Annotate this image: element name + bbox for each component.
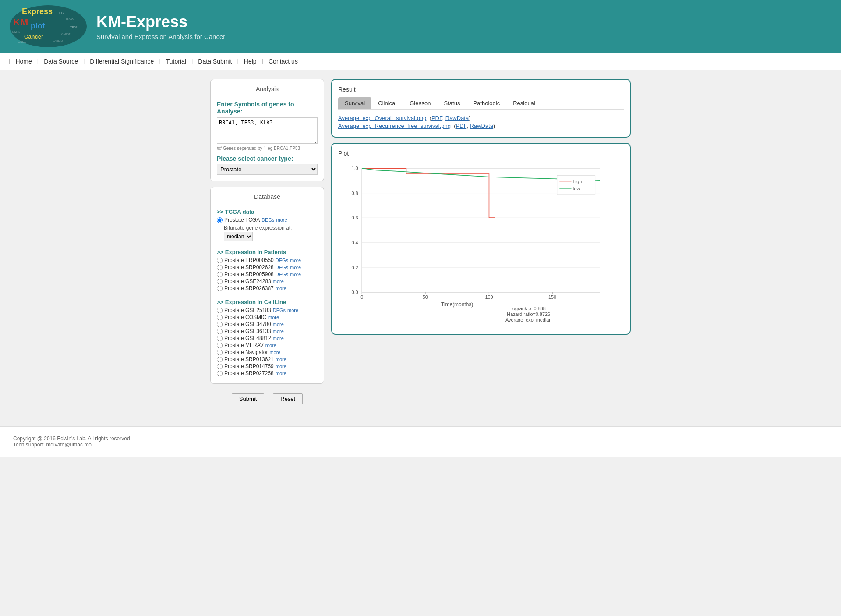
patient-erp000550-more[interactable]: more [290,258,301,263]
patient-srp005908-radio[interactable] [217,272,223,277]
patient-srp026387-more[interactable]: more [276,286,286,291]
tab-status[interactable]: Status [438,97,467,109]
cell-srp027258-radio[interactable] [217,371,223,376]
overall-survival-pdf-link[interactable]: PDF [431,115,442,121]
patient-srp026387-row: Prostate SRP026387 more [217,285,318,291]
svg-text:Average_exp_median: Average_exp_median [505,317,551,322]
svg-text:CARDIO: CARDIO [53,39,63,42]
tab-residual[interactable]: Residual [506,97,542,109]
tab-gleason[interactable]: Gleason [403,97,437,109]
patient-erp000550-label: Prostate ERP000550 [224,257,274,263]
cell-gse48812-more[interactable]: more [273,336,284,341]
svg-text:100: 100 [485,294,493,300]
cell-cosmic-label: Prostate COSMIC [224,314,266,320]
nav-data-source[interactable]: Data Source [39,58,83,65]
cell-gse25183-more[interactable]: more [287,308,298,313]
svg-text:EGFR: EGFR [59,11,67,14]
nav-help[interactable]: Help [239,58,262,65]
tabs-row: Survival Clinical Gleason Status Patholo… [338,97,624,110]
patient-srp005908-more[interactable]: more [290,272,301,277]
plot-area: 1.0 0.8 0.6 0.4 0.2 0.0 0 50 100 150 [338,161,624,328]
cell-gse48812-radio[interactable] [217,336,223,341]
cell-srp013621-more[interactable]: more [276,357,286,362]
cell-cosmic-more[interactable]: more [268,315,279,320]
svg-text:CARD11: CARD11 [61,33,72,35]
patient-gse24283-radio[interactable] [217,279,223,284]
right-panel: Result Survival Clinical Gleason Status … [331,79,631,409]
tcga-prostate-radio[interactable] [217,217,223,223]
km-plot-svg: 1.0 0.8 0.6 0.4 0.2 0.0 0 50 100 150 [338,161,624,328]
cell-navigator-label: Prostate Navigator [224,349,268,355]
logo: Express KM plot Cancer EGFR BRCA1 TP53 L… [9,4,88,48]
gene-hint: ## Genes seperated by ',' eg BRCA1,TP53 [217,146,318,151]
cell-merav-row: Prostate MERAV more [217,342,318,348]
patient-srp002628-radio[interactable] [217,265,223,270]
patient-srp005908-degs[interactable]: DEGs [276,272,288,277]
patient-erp000550-radio[interactable] [217,258,223,263]
overall-survival-png-link[interactable]: Average_exp_Overall_survival.png [338,115,426,121]
cell-gse25183-degs[interactable]: DEGs [273,308,286,313]
svg-text:low: low [573,186,580,191]
cell-gse34780-row: Prostate GSE34780 more [217,321,318,327]
nav-differential[interactable]: Differential Significance [85,58,159,65]
recurrence-survival-png-link[interactable]: Average_exp_Recurrence_free_survival.png [338,123,451,129]
cell-gse34780-radio[interactable] [217,322,223,327]
patient-srp002628-degs[interactable]: DEGs [276,265,288,270]
tcga-degs-link[interactable]: DEGs [261,217,274,223]
cell-gse25183-label: Prostate GSE25183 [224,307,271,313]
cell-navigator-row: Prostate Navigator more [217,349,318,355]
reset-button[interactable]: Reset [273,393,303,404]
cell-srp014759-more[interactable]: more [276,364,286,369]
cell-gse34780-more[interactable]: more [273,322,284,327]
cell-merav-label: Prostate MERAV [224,342,264,348]
cell-gse25183-radio[interactable] [217,308,223,313]
cell-merav-more[interactable]: more [265,343,276,348]
bifurcate-select[interactable]: median mean quartile [224,232,253,241]
patient-srp026387-radio[interactable] [217,286,223,291]
cell-gse36133-radio[interactable] [217,329,223,334]
submit-button[interactable]: Submit [232,393,264,404]
patient-erp000550-degs[interactable]: DEGs [276,258,288,263]
cell-srp013621-radio[interactable] [217,357,223,362]
recurrence-survival-pdf-link[interactable]: PDF [456,123,467,129]
patient-srp002628-label: Prostate SRP002628 [224,264,274,270]
nav-contact[interactable]: Contact us [263,58,303,65]
result-panel: Result Survival Clinical Gleason Status … [331,79,631,138]
cell-merav-radio[interactable] [217,343,223,348]
svg-text:Cancer: Cancer [24,33,43,40]
recurrence-survival-raw-link[interactable]: RawData [470,123,493,129]
nav-tutorial[interactable]: Tutorial [161,58,191,65]
tab-pathologic[interactable]: Pathologic [466,97,506,109]
patient-gse24283-more[interactable]: more [273,279,284,284]
cell-gse36133-row: Prostate GSE36133 more [217,328,318,334]
tcga-prostate-label: Prostate TCGA [224,217,260,223]
gene-input[interactable]: BRCA1, TP53, KLK3 [217,117,318,144]
cell-navigator-radio[interactable] [217,350,223,355]
patient-srp005908-label: Prostate SRP005908 [224,271,274,277]
nav-data-submit[interactable]: Data Submit [193,58,237,65]
patient-srp002628-more[interactable]: more [290,265,301,270]
tab-survival[interactable]: Survival [338,97,371,109]
svg-text:0.4: 0.4 [352,240,358,245]
cell-srp014759-label: Prostate SRP014759 [224,363,274,369]
svg-text:0.6: 0.6 [352,215,358,220]
tcga-more-link[interactable]: more [276,217,287,223]
cell-srp014759-radio[interactable] [217,364,223,369]
patients-section-title: >> Expression in Patients [217,249,318,255]
cell-gse36133-more[interactable]: more [273,329,284,334]
cell-cosmic-radio[interactable] [217,315,223,320]
overall-survival-raw-link[interactable]: RawData [445,115,469,121]
header-title-area: KM-Express Survival and Expression Analy… [96,13,225,40]
tab-clinical[interactable]: Clinical [371,97,403,109]
cell-navigator-more[interactable]: more [269,350,280,355]
cell-srp027258-more[interactable]: more [276,371,286,376]
cell-gse36133-label: Prostate GSE36133 [224,328,271,334]
svg-text:0.0: 0.0 [352,290,358,295]
result-title: Result [338,86,624,93]
gene-label: Enter Symbols of genes to Analyse: [217,101,318,115]
plot-panel: Plot 1.0 [331,143,631,335]
cell-gse34780-label: Prostate GSE34780 [224,321,271,327]
nav-home[interactable]: Home [10,58,37,65]
divider-1 [217,245,318,245]
cancer-type-select[interactable]: Prostate Breast Lung Colon [217,164,318,175]
